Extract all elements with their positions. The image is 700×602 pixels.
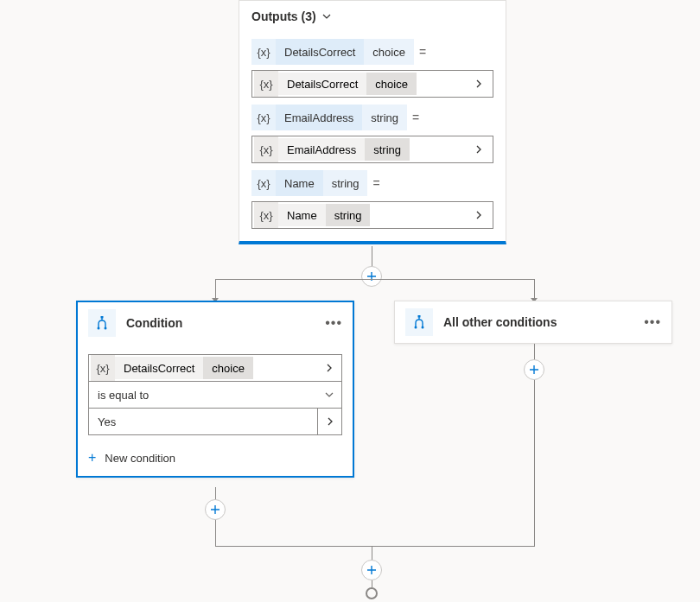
variable-icon: {x} [254,71,278,97]
output-value-row[interactable]: {x} EmailAddress string [251,136,493,163]
output-value-row[interactable]: {x} Name string [251,201,493,229]
variable-token: {x} EmailAddress string [251,105,407,130]
connector-line [215,279,216,300]
chevron-right-icon[interactable] [465,79,493,88]
variable-type: string [323,170,368,196]
more-button[interactable]: ••• [644,314,661,330]
variable-icon: {x} [251,105,276,130]
variable-name: DetailsCorrect [115,362,203,375]
condition-value-row[interactable]: Yes [88,408,342,435]
end-node [366,587,378,599]
equals-sign: = [419,45,426,59]
svg-point-4 [415,326,417,329]
chevron-right-icon[interactable] [317,409,341,434]
svg-point-2 [105,327,107,330]
output-value-row[interactable]: {x} DetailsCorrect choice [251,70,493,98]
add-step-button[interactable] [361,560,382,580]
output-label-row: {x} EmailAddress string = [251,105,493,130]
variable-type: string [326,204,371,226]
card-title: Condition [126,316,325,330]
svg-rect-0 [101,316,104,319]
connector-line [215,279,535,280]
plus-icon: + [88,450,96,466]
svg-rect-3 [418,315,421,318]
chevron-right-icon[interactable] [465,211,493,219]
add-step-button[interactable] [205,499,226,520]
variable-name: DetailsCorrect [278,78,366,91]
card-header[interactable]: Condition ••• [78,302,353,344]
variable-token-plain: {x} Name string [254,204,370,226]
variable-icon: {x} [254,136,278,162]
variable-token-plain: {x} EmailAddress string [254,138,410,161]
value-text: Yes [89,415,317,428]
outputs-body: {x} DetailsCorrect choice = {x} DetailsC… [239,39,506,241]
variable-name: Name [276,177,323,190]
output-label-row: {x} Name string = [251,170,493,196]
add-step-button[interactable] [361,266,382,287]
branch-icon [405,308,433,336]
variable-token: {x} Name string [251,170,367,196]
variable-type: string [365,138,410,161]
outputs-header[interactable]: Outputs (3) [239,1,506,32]
chevron-down-icon[interactable] [317,382,341,408]
variable-name: EmailAddress [276,111,362,124]
variable-type: choice [364,39,414,65]
equals-sign: = [372,176,379,190]
variable-name: DetailsCorrect [276,46,364,59]
variable-icon: {x} [91,355,115,381]
connector-line [534,279,535,300]
chevron-down-icon [321,11,332,22]
operator-text: is equal to [89,389,317,402]
variable-type: choice [203,357,253,379]
variable-name: EmailAddress [278,143,365,156]
add-step-button[interactable] [524,359,544,380]
variable-name: Name [278,209,326,222]
condition-operator-row[interactable]: is equal to [88,381,342,409]
connector-line [215,546,535,547]
svg-point-5 [422,326,424,329]
variable-token: {x} DetailsCorrect choice [251,39,414,65]
new-condition-button[interactable]: + New condition [88,450,342,466]
chevron-right-icon[interactable] [317,355,341,381]
variable-icon: {x} [254,202,278,228]
chevron-right-icon[interactable] [465,145,493,154]
output-label-row: {x} DetailsCorrect choice = [251,39,493,65]
more-button[interactable]: ••• [325,315,342,331]
svg-point-1 [98,327,100,330]
variable-icon: {x} [251,170,276,196]
outputs-title: Outputs (3) [251,10,316,23]
all-other-conditions-card: All other conditions ••• [394,301,672,344]
variable-token-plain: {x} DetailsCorrect choice [254,73,417,95]
condition-variable-row[interactable]: {x} DetailsCorrect choice [88,354,342,382]
card-title: All other conditions [443,315,644,329]
card-body: {x} DetailsCorrect choice is equal to Ye… [78,344,353,476]
branch-icon [88,309,116,337]
equals-sign: = [412,111,419,124]
condition-card: Condition ••• {x} DetailsCorrect choice … [76,301,354,478]
variable-icon: {x} [251,39,276,65]
card-header[interactable]: All other conditions ••• [395,301,671,343]
new-condition-label: New condition [105,452,175,465]
outputs-card: Outputs (3) {x} DetailsCorrect choice = … [239,0,506,244]
variable-token-plain: {x} DetailsCorrect choice [91,357,253,379]
variable-type: string [362,105,407,130]
variable-type: choice [366,73,417,95]
